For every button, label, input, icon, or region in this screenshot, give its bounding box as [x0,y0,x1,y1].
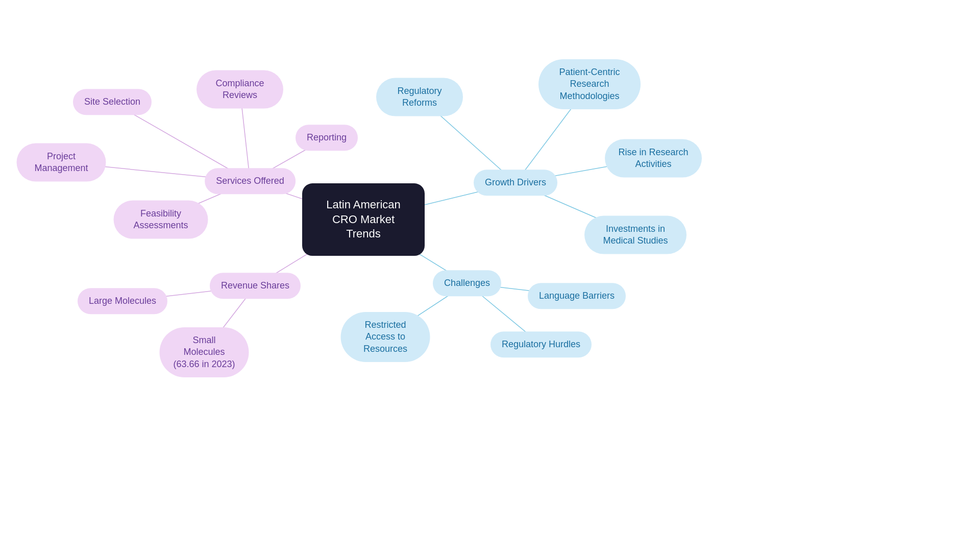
revenue-shares-node: Revenue Shares [210,273,301,299]
compliance-reviews-node: Compliance Reviews [197,70,283,109]
regulatory-hurdles-node: Regulatory Hurdles [491,331,592,357]
restricted-access-node: Restricted Access to Resources [341,312,430,362]
small-molecules-node: Small Molecules (63.66 in 2023) [160,327,249,377]
language-barriers-node: Language Barriers [528,283,626,309]
investments-medical-node: Investments in Medical Studies [584,216,687,254]
challenges-node: Challenges [433,270,501,296]
project-management-node: Project Management [17,143,106,182]
growth-drivers-node: Growth Drivers [474,170,557,196]
regulatory-reforms-node: Regulatory Reforms [376,78,463,116]
site-selection-node: Site Selection [73,89,152,115]
feasibility-assessments-node: Feasibility Assessments [114,201,208,239]
rise-research-node: Rise in Research Activities [605,139,702,178]
large-molecules-node: Large Molecules [78,288,167,314]
reporting-node: Reporting [296,125,358,151]
services-offered-node: Services Offered [205,168,296,194]
mindmap-container: Latin American CRO Market TrendsServices… [0,0,980,553]
patient-centric-node: Patient-Centric Research Methodologies [538,59,641,109]
center-node: Latin American CRO Market Trends [302,183,425,256]
